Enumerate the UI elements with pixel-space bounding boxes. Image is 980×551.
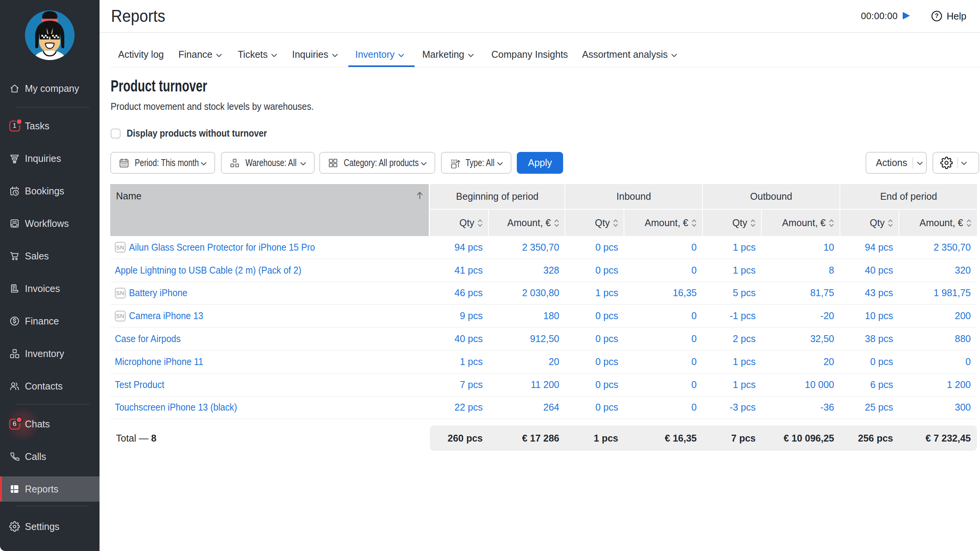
svg-text:?: ? bbox=[935, 13, 939, 19]
